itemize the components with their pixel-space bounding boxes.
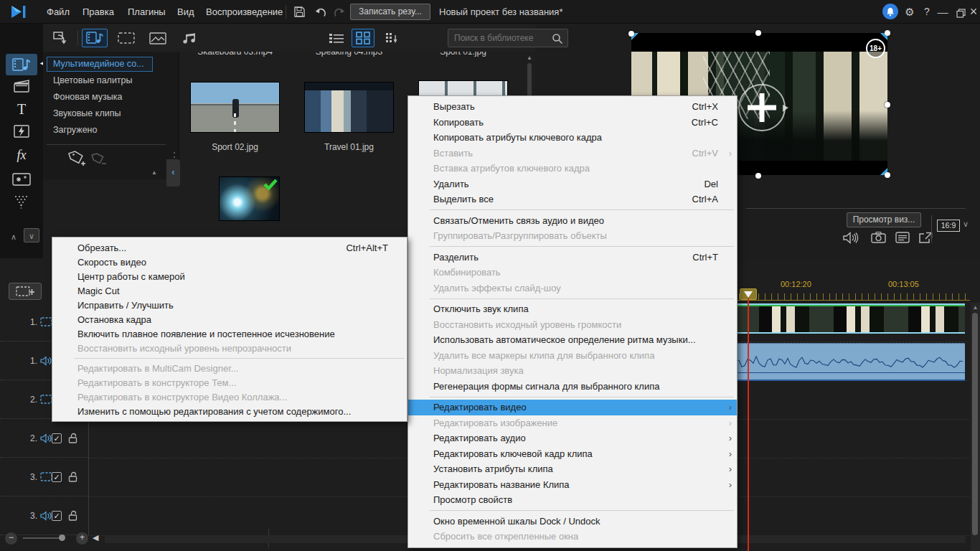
context-menu-item-13[interactable]: Комбинировать bbox=[408, 265, 737, 281]
context-menu-item-28[interactable]: Редактировать название Клипа› bbox=[408, 477, 737, 493]
context-menu-item-9[interactable]: Связать/Отменить связь аудио и видео bbox=[408, 213, 737, 229]
scrollbar-up-arrow[interactable]: ▲ bbox=[526, 55, 533, 61]
track-lock-button[interactable] bbox=[68, 433, 77, 443]
handle-top-right[interactable] bbox=[885, 30, 890, 36]
minimize-button[interactable]: — bbox=[936, 0, 949, 24]
filter-all-media-button[interactable] bbox=[82, 29, 108, 47]
settings-button[interactable]: ⚙ bbox=[903, 0, 917, 24]
video-submenu-item-12[interactable]: Редактировать в конструкторе Видео Колла… bbox=[52, 390, 407, 404]
add-tag-button[interactable] bbox=[67, 149, 88, 166]
search-input[interactable] bbox=[454, 30, 547, 46]
zoom-in-button[interactable]: + bbox=[76, 532, 88, 545]
rail-projects-button[interactable] bbox=[6, 75, 37, 97]
handle-bottom-center[interactable] bbox=[755, 173, 761, 179]
thumbnail-night-clip-selected[interactable] bbox=[219, 176, 280, 221]
handle-middle-right[interactable] bbox=[885, 102, 890, 108]
scroll-left-arrow[interactable]: ◀ bbox=[93, 533, 98, 542]
context-menu-item-25[interactable]: Редактировать аудио› bbox=[408, 430, 737, 446]
video-submenu-item-10[interactable]: Редактировать в MultiCam Designer... bbox=[52, 361, 407, 375]
zoom-out-button[interactable]: − bbox=[5, 532, 17, 545]
filter-photo-button[interactable] bbox=[145, 29, 171, 47]
menubar-item-2[interactable]: Правка bbox=[83, 0, 114, 24]
context-menu-item-17[interactable]: Восстановить исходный уровень громкости bbox=[408, 317, 737, 333]
video-submenu-item-3[interactable]: Центр работы с камерой bbox=[52, 269, 407, 283]
ratio-chevron-icon[interactable]: ∨ bbox=[963, 220, 969, 229]
rail-scroll-up-button[interactable]: ∧ bbox=[6, 230, 22, 244]
undo-button[interactable] bbox=[313, 4, 329, 19]
menubar-item-5[interactable]: Воспроизведение bbox=[206, 0, 283, 24]
category-item-2[interactable]: Цветовые палитры bbox=[43, 73, 179, 90]
video-submenu-item-4[interactable]: Magic Cut bbox=[52, 283, 407, 298]
filter-audio-button[interactable] bbox=[176, 29, 202, 47]
collapse-panel-tab[interactable]: ‹ bbox=[166, 159, 180, 187]
context-menu-item-10[interactable]: Группировать/Разгруппировать объекты bbox=[408, 228, 737, 244]
rail-media-room-button[interactable] bbox=[6, 54, 37, 75]
context-menu-item-24[interactable]: Редактировать изображение› bbox=[408, 415, 737, 431]
track-lock-button[interactable] bbox=[68, 510, 77, 521]
context-menu-item-29[interactable]: Просмотр свойств bbox=[408, 492, 737, 508]
category-item-4[interactable]: Звуковые клипы bbox=[43, 106, 179, 123]
context-menu-item-31[interactable]: Окно временной шкалы Dock / Undock bbox=[408, 514, 737, 529]
remove-tag-button[interactable] bbox=[90, 151, 108, 166]
save-project-button[interactable] bbox=[291, 4, 307, 19]
transform-crosshair-icon[interactable] bbox=[735, 81, 788, 134]
video-submenu-item-2[interactable]: Скорость видео bbox=[52, 255, 407, 269]
category-item-3[interactable]: Фоновая музыка bbox=[43, 90, 179, 106]
timeline-vertical-scrollbar[interactable]: ▲ bbox=[971, 303, 980, 551]
context-menu-item-5[interactable]: Вставка атрибутов ключевого кадра bbox=[408, 161, 737, 176]
context-menu-item-14[interactable]: Удалить эффекты слайд-шоу bbox=[408, 281, 737, 296]
context-menu-item-32[interactable]: Сбросить все открепленные окна bbox=[408, 529, 737, 545]
handle-top-center[interactable] bbox=[755, 30, 761, 36]
import-media-button[interactable] bbox=[47, 29, 73, 47]
thumbnail-sport-02[interactable] bbox=[190, 82, 280, 133]
view-visualization-button[interactable]: Просмотр виз... bbox=[847, 212, 921, 227]
rail-transitions-button[interactable] bbox=[6, 121, 37, 142]
redo-button[interactable] bbox=[331, 4, 347, 19]
restore-button[interactable] bbox=[953, 6, 969, 21]
sort-button[interactable] bbox=[382, 29, 400, 47]
video-submenu-item-1[interactable]: Обрезать...Ctrl+Alt+T bbox=[52, 240, 407, 255]
context-menu-item-16[interactable]: Отключить звук клипа bbox=[408, 301, 737, 317]
handle-top-left[interactable] bbox=[628, 31, 634, 37]
context-menu-item-27[interactable]: Установить атрибуты клипа› bbox=[408, 461, 737, 477]
track-enable-checkbox[interactable]: ✓ bbox=[52, 433, 62, 443]
track-enable-checkbox[interactable]: ✓ bbox=[52, 472, 62, 482]
scrollbar-thumb[interactable] bbox=[972, 313, 978, 535]
context-menu-item-18[interactable]: Использовать автоматическое определение … bbox=[408, 332, 737, 348]
aspect-ratio-selector[interactable]: 16:9 bbox=[937, 220, 960, 232]
notifications-button[interactable] bbox=[882, 4, 898, 19]
record-result-button[interactable]: Записать резу... bbox=[350, 4, 430, 20]
context-menu-item-20[interactable]: Нормализация звука bbox=[408, 363, 737, 379]
close-button[interactable]: × bbox=[967, 0, 980, 24]
context-menu-item-6[interactable]: УдалитьDel bbox=[408, 176, 737, 192]
undock-preview-button[interactable] bbox=[915, 230, 936, 245]
snapshot-button[interactable] bbox=[868, 230, 888, 245]
context-menu-item-3[interactable]: Копировать атрибуты ключевого кадра bbox=[408, 130, 737, 146]
context-menu-item-1[interactable]: ВырезатьCtrl+X bbox=[408, 99, 737, 115]
track-enable-checkbox[interactable]: ✓ bbox=[52, 511, 62, 521]
search-icon[interactable] bbox=[552, 33, 563, 44]
video-submenu-item-11[interactable]: Редактировать в конструкторе Тем... bbox=[52, 375, 407, 390]
grid-view-button[interactable] bbox=[352, 29, 374, 47]
context-menu-item-4[interactable]: ВставитьCtrl+V› bbox=[408, 146, 737, 161]
context-menu-item-12[interactable]: РазделитьCtrl+T bbox=[408, 250, 737, 265]
menubar-item-4[interactable]: Вид bbox=[177, 0, 194, 24]
panel-scroll-up-arrow[interactable]: ▲ bbox=[149, 169, 159, 176]
video-submenu-item-8[interactable]: Восстановить исходный уровень непрозрачн… bbox=[52, 341, 407, 355]
thumbnail-travel-01[interactable] bbox=[304, 82, 394, 133]
context-menu-item-19[interactable]: Удалить все маркеры клипа для выбранного… bbox=[408, 348, 737, 364]
context-menu-item-7[interactable]: Выделить всеCtrl+A bbox=[408, 192, 737, 207]
rail-titles-button[interactable]: T bbox=[6, 98, 37, 120]
rail-scroll-down-button[interactable]: ∨ bbox=[24, 228, 39, 242]
category-item-5[interactable]: Загружено bbox=[43, 123, 179, 139]
context-menu-item-2[interactable]: КопироватьCtrl+C bbox=[408, 115, 737, 131]
track-lock-button[interactable] bbox=[68, 471, 77, 482]
category-item-1[interactable]: Мультимедийное со... bbox=[43, 57, 179, 73]
video-submenu-item-7[interactable]: Включить плавное появление и постепенное… bbox=[52, 326, 407, 341]
video-submenu-item-13[interactable]: Изменить с помощью редактирования с учет… bbox=[52, 404, 407, 418]
menubar-item-3[interactable]: Плагины bbox=[128, 0, 166, 24]
context-menu-item-26[interactable]: Редактировать ключевой кадр клипа› bbox=[408, 446, 737, 462]
video-submenu-item-5[interactable]: Исправить / Улучшить bbox=[52, 298, 407, 312]
rail-particle-spray-button[interactable] bbox=[6, 192, 37, 213]
filter-video-button[interactable] bbox=[113, 29, 139, 47]
